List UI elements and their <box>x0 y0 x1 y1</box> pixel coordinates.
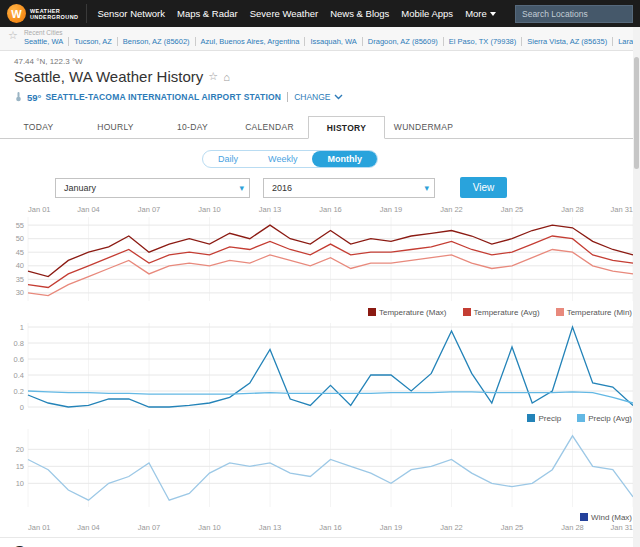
legend-item[interactable]: Temperature (Max) <box>368 308 447 317</box>
period-daily[interactable]: Daily <box>203 151 253 167</box>
tab-hourly[interactable]: HOURLY <box>77 116 154 138</box>
legend-item[interactable]: Precip <box>527 414 561 423</box>
view-button[interactable]: View <box>460 177 507 198</box>
nav-mobile-apps[interactable]: Mobile Apps <box>395 8 459 19</box>
tab-10day[interactable]: 10-DAY <box>154 116 231 138</box>
summary-heading: Summary <box>14 543 640 547</box>
temperature-chart: 303540455055Jan 01Jan 04Jan 07Jan 10Jan … <box>0 203 640 306</box>
svg-text:0.6: 0.6 <box>14 355 24 364</box>
svg-text:15: 15 <box>16 462 24 471</box>
station-thermometer-icon <box>14 88 23 106</box>
nav-more[interactable]: More <box>459 8 502 19</box>
main-nav: Sensor Network Maps & Radar Severe Weath… <box>91 8 501 19</box>
nav-severe-weather[interactable]: Severe Weather <box>244 8 324 19</box>
location-header: 47.44 °N, 122.3 °W Seattle, WA Weather H… <box>0 51 640 106</box>
x-axis-tick-label: Jan 19 <box>380 523 403 532</box>
x-axis-tick-label: Jan 01 <box>28 523 51 532</box>
station-name-link[interactable]: SEATTLE-TACOMA INTERNATIONAL AIRPORT STA… <box>45 92 281 102</box>
legend-swatch-icon <box>527 414 535 422</box>
svg-text:35: 35 <box>16 275 24 284</box>
svg-text:Jan 28: Jan 28 <box>561 205 584 214</box>
recent-city-link[interactable]: Tucson, AZ <box>69 37 118 46</box>
svg-text:20: 20 <box>16 445 24 454</box>
x-axis-tick-label: Jan 13 <box>259 523 282 532</box>
legend-item[interactable]: Wind (Max) <box>580 513 632 522</box>
change-station-link[interactable]: CHANGE <box>287 92 342 102</box>
legend-swatch-icon <box>463 308 471 316</box>
nav-sensor-network[interactable]: Sensor Network <box>91 8 171 19</box>
period-monthly[interactable]: Monthly <box>312 151 377 167</box>
svg-text:Jan 10: Jan 10 <box>198 205 221 214</box>
period-weekly[interactable]: Weekly <box>253 151 312 167</box>
station-temperature: 59° <box>27 92 41 103</box>
svg-text:0.8: 0.8 <box>14 339 24 348</box>
caret-down-icon: ▾ <box>239 183 244 193</box>
tab-today[interactable]: TODAY <box>0 116 77 138</box>
tab-history[interactable]: HISTORY <box>308 116 385 139</box>
recent-city-link[interactable]: Azul, Buenos Aires, Argentina <box>196 37 306 46</box>
month-select[interactable]: January ▾ <box>55 178 250 198</box>
recent-cities-content: Recent Cities Seattle, WA Tucson, AZ Ben… <box>24 29 640 46</box>
nav-maps-radar[interactable]: Maps & Radar <box>171 8 244 19</box>
legend-item[interactable]: Temperature (Min) <box>556 308 632 317</box>
svg-text:Jan 16: Jan 16 <box>319 205 342 214</box>
scrollbar[interactable] <box>633 27 640 547</box>
top-nav: W WEATHER UNDERGROUND Sensor Network Map… <box>0 0 640 27</box>
recent-city-link[interactable]: Dragoon, AZ (85609) <box>363 37 444 46</box>
recent-cities-label: Recent Cities <box>24 29 640 36</box>
wu-logo[interactable]: W WEATHER UNDERGROUND <box>7 4 87 23</box>
legend-swatch-icon <box>580 513 588 521</box>
svg-text:Jan 19: Jan 19 <box>380 205 403 214</box>
svg-text:55: 55 <box>16 221 24 230</box>
svg-text:30: 30 <box>16 288 24 297</box>
brand-text: WEATHER UNDERGROUND <box>30 8 78 20</box>
period-toggle: Daily Weekly Monthly <box>202 150 378 168</box>
recent-city-link[interactable]: Benson, AZ (85602) <box>118 37 196 46</box>
x-axis-tick-label: Jan 28 <box>561 523 584 532</box>
wind-legend: Wind (Max) <box>0 511 640 523</box>
svg-text:45: 45 <box>16 248 24 257</box>
scrollbar-thumb[interactable] <box>634 57 639 169</box>
svg-text:Jan 01: Jan 01 <box>28 205 51 214</box>
history-controls: January ▾ 2016 ▾ View <box>0 177 640 198</box>
page-title: Seattle, WA Weather History <box>14 68 203 85</box>
x-axis-tick-label: Jan 25 <box>501 523 524 532</box>
recent-city-link[interactable]: Seattle, WA <box>24 37 69 46</box>
svg-text:1: 1 <box>20 323 24 332</box>
recent-cities-list: Seattle, WA Tucson, AZ Benson, AZ (85602… <box>24 37 640 46</box>
x-axis-tick-label: Jan 16 <box>319 523 342 532</box>
recent-city-link[interactable]: Issaquah, WA <box>305 37 362 46</box>
recent-city-link[interactable]: Sierra Vista, AZ (85635) <box>522 37 613 46</box>
coordinates: 47.44 °N, 122.3 °W <box>14 57 640 66</box>
nav-news-blogs[interactable]: News & Blogs <box>324 8 395 19</box>
summary-section: Summary <box>0 537 640 547</box>
legend-item[interactable]: Temperature (Avg) <box>463 308 540 317</box>
svg-text:Jan 22: Jan 22 <box>440 205 463 214</box>
caret-down-icon <box>490 12 496 16</box>
search-input[interactable] <box>515 5 633 23</box>
x-axis-tick-label: Jan 10 <box>198 523 221 532</box>
recent-city-link[interactable]: El Paso, TX (79938) <box>444 37 522 46</box>
legend-item[interactable]: Precip (Avg) <box>577 414 632 423</box>
svg-text:0.2: 0.2 <box>14 387 24 396</box>
period-toggle-row: Daily Weekly Monthly <box>0 150 640 168</box>
wind-chart: 101520 <box>0 424 640 511</box>
svg-text:40: 40 <box>16 261 24 270</box>
precipitation-chart: 00.20.40.60.81 <box>0 318 640 412</box>
svg-text:Jan 07: Jan 07 <box>138 205 161 214</box>
tab-calendar[interactable]: CALENDAR <box>231 116 308 138</box>
tab-wundermap[interactable]: WUNDERMAP <box>385 116 462 138</box>
home-icon[interactable]: ⌂ <box>223 71 230 83</box>
year-select[interactable]: 2016 ▾ <box>263 178 435 198</box>
svg-text:Jan 25: Jan 25 <box>501 205 524 214</box>
star-icon: ☆ <box>8 29 18 42</box>
caret-down-icon: ▾ <box>424 183 429 193</box>
favorite-star-icon[interactable]: ☆ <box>208 70 218 83</box>
x-axis-tick-label: Jan 22 <box>440 523 463 532</box>
svg-text:Jan 31: Jan 31 <box>610 205 633 214</box>
svg-text:0: 0 <box>20 403 24 412</box>
legend-swatch-icon <box>368 308 376 316</box>
wind-x-axis-labels: Jan 01Jan 04Jan 07Jan 10Jan 13Jan 16Jan … <box>0 523 640 534</box>
chevron-down-icon <box>334 94 343 100</box>
month-select-value: January <box>64 183 96 193</box>
